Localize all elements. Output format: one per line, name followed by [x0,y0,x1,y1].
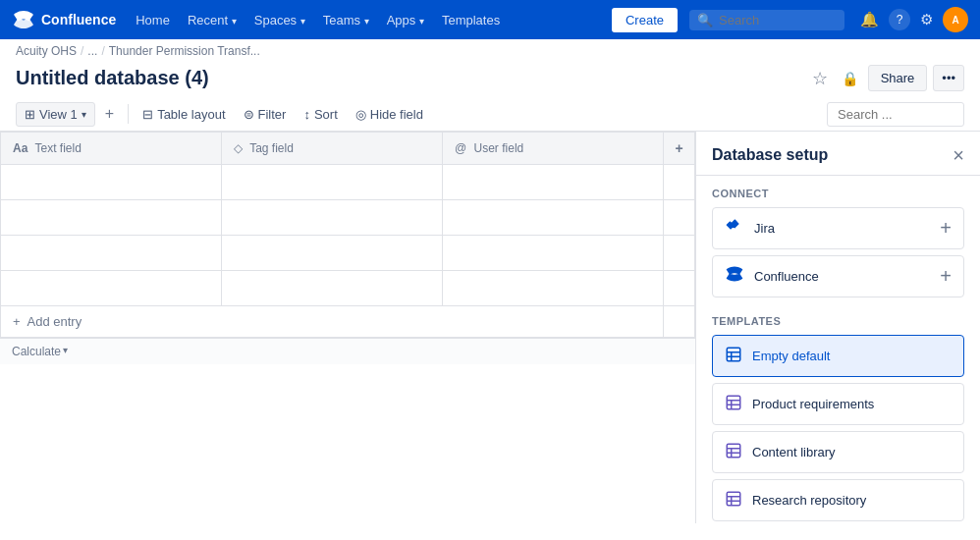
search-icon: 🔍 [697,13,713,27]
filter-button[interactable]: ⊜ Filter [236,103,295,126]
empty-default-label: Empty default [752,349,831,363]
templates-section-title: TEMPLATES [712,315,964,327]
cell[interactable] [443,236,664,271]
add-view-button[interactable]: + [97,101,122,127]
more-button[interactable]: ••• [933,65,964,91]
panel-header: Database setup × [696,132,980,176]
table-search-input[interactable] [827,102,964,127]
logo[interactable]: Confluence [12,8,116,31]
chevron-icon: ▾ [300,16,305,27]
lock-button[interactable]: 🔒 [838,69,862,88]
search-input[interactable] [719,13,837,27]
help-icon[interactable]: ? [889,9,910,30]
cell[interactable] [222,165,443,200]
text-field-icon: Aa [13,141,27,155]
cell[interactable] [222,200,443,236]
table-row [1,236,695,271]
breadcrumb-ellipsis[interactable]: ... [87,44,97,58]
nav-templates[interactable]: Templates [434,9,508,31]
content-lib-label: Content library [752,445,836,459]
sort-button[interactable]: ↕ Sort [296,103,345,126]
add-entry-icon: + [13,314,21,329]
cell[interactable] [1,271,222,306]
create-button[interactable]: Create [612,8,678,32]
tag-field-icon: ◇ [234,141,243,155]
add-col-icon: + [675,140,682,156]
avatar[interactable]: A [943,7,968,32]
chevron-icon: ▾ [232,16,237,27]
cell[interactable] [443,165,664,200]
empty-default-icon [725,346,742,366]
research-repo-icon [725,490,742,511]
col-header-tag[interactable]: ◇ Tag field [222,133,443,165]
view-chevron-icon: ▾ [82,109,86,120]
logo-text: Confluence [41,12,116,27]
svg-rect-0 [727,348,740,361]
page-title: Untitled database (4) [16,67,209,89]
nav-links: Home Recent ▾ Spaces ▾ Teams ▾ Apps ▾ Te… [128,9,508,31]
breadcrumb-acuity[interactable]: Acuity OHS [16,44,77,58]
toolbar: ⊞ View 1 ▾ + ⊟ Table layout ⊜ Filter ↕ S… [0,97,980,132]
share-button[interactable]: Share [868,65,928,91]
hide-icon: ◎ [355,107,366,122]
panel-close-button[interactable]: × [953,145,964,165]
connect-section: CONNECT Jira + [696,176,980,311]
jira-add-icon: + [940,217,952,240]
nav-home[interactable]: Home [128,9,178,31]
nav-spaces[interactable]: Spaces ▾ [246,9,313,31]
toolbar-divider [128,104,129,124]
jira-connect-item[interactable]: Jira + [712,207,964,249]
search-container[interactable]: 🔍 [689,10,844,30]
cell [664,306,695,338]
database-setup-panel: Database setup × CONNECT Jira + [695,132,980,523]
view-selector[interactable]: ⊞ View 1 ▾ [16,102,95,127]
cell[interactable] [1,200,222,236]
cell [664,200,695,236]
research-repo-label: Research repository [752,493,866,508]
research-repository-item[interactable]: Research repository [712,479,964,521]
svg-rect-8 [727,444,740,458]
calculate-row[interactable]: Calculate ▾ [0,338,695,364]
col-header-user[interactable]: @ User field [443,133,664,165]
nav-recent[interactable]: Recent ▾ [180,9,245,31]
cell[interactable] [443,200,664,236]
cell [664,236,695,271]
cell[interactable] [1,165,222,200]
table-row [1,200,695,236]
content-library-item[interactable]: Content library [712,431,964,473]
chevron-icon: ▾ [419,16,424,27]
add-entry-row[interactable]: + Add entry [1,306,695,338]
jira-connect-left: Jira [725,216,775,241]
confluence-icon [725,264,744,289]
database-table: Aa Text field ◇ Tag field @ User field + [0,132,695,338]
table-layout-button[interactable]: ⊟ Table layout [135,103,233,126]
breadcrumb-thunder[interactable]: Thunder Permission Transf... [109,44,260,58]
breadcrumb-sep1: / [81,44,83,58]
cell [664,165,695,200]
filter-icon: ⊜ [244,107,254,122]
notification-icon[interactable]: 🔔 [856,9,883,30]
main-content: Aa Text field ◇ Tag field @ User field + [0,132,980,523]
star-button[interactable]: ☆ [808,66,832,91]
col-header-text[interactable]: Aa Text field [1,133,222,165]
add-column-button[interactable]: + [664,133,695,165]
product-req-icon [725,394,742,414]
product-requirements-item[interactable]: Product requirements [712,383,964,425]
cell [664,271,695,306]
confluence-connect-item[interactable]: Confluence + [712,255,964,297]
cell[interactable] [222,236,443,271]
cell[interactable] [222,271,443,306]
hide-field-button[interactable]: ◎ Hide field [348,103,431,126]
cell[interactable] [1,236,222,271]
settings-icon[interactable]: ⚙ [916,9,937,30]
empty-default-item[interactable]: Empty default [712,335,964,377]
chevron-icon: ▾ [364,16,369,27]
add-entry-cell[interactable]: + Add entry [1,306,664,338]
breadcrumb: Acuity OHS / ... / Thunder Permission Tr… [0,39,980,63]
cell[interactable] [443,271,664,306]
sort-icon: ↕ [303,107,310,122]
user-field-icon: @ [455,141,466,155]
nav-teams[interactable]: Teams ▾ [315,9,377,31]
nav-apps[interactable]: Apps ▾ [379,9,432,31]
confluence-label: Confluence [754,269,819,284]
